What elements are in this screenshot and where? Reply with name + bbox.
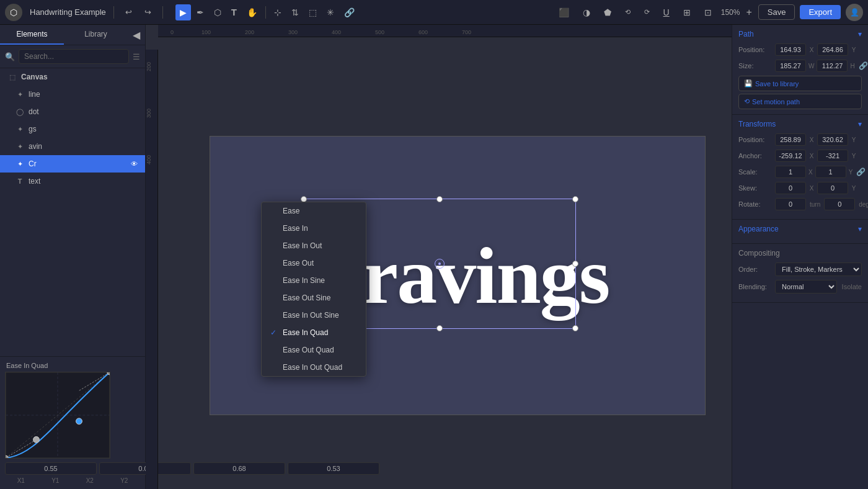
zoom-plus-button[interactable]: + bbox=[745, 7, 753, 18]
tab-elements[interactable]: Elements bbox=[0, 25, 64, 45]
avin-label: avin bbox=[29, 142, 42, 151]
app-title: Handwriting Example bbox=[30, 7, 106, 17]
dot-label: dot bbox=[29, 107, 39, 116]
ruler-100: 100 bbox=[202, 29, 211, 35]
dropdown-ease[interactable]: Ease bbox=[262, 202, 366, 220]
pos2-y-input[interactable]: 320.62 bbox=[817, 133, 848, 146]
skew-y-input[interactable]: 0 bbox=[817, 182, 848, 194]
dropdown-ease-in-out-sine[interactable]: Ease In Out Sine bbox=[262, 307, 366, 324]
layer-dot[interactable]: ◯ dot bbox=[0, 103, 145, 120]
undo-button[interactable]: ↩ bbox=[122, 5, 136, 19]
text-tool[interactable]: T bbox=[227, 4, 241, 20]
size-h-input[interactable]: 112.27 bbox=[817, 60, 848, 72]
dropdown-ease-out-sine[interactable]: Ease Out Sine bbox=[262, 289, 366, 307]
easing-dropdown[interactable]: Ease Ease In Ease In Out Ease Out Ease I… bbox=[261, 202, 366, 377]
right-panel: Path ▾ Position: 164.93 X 264.86 Y Size:… bbox=[732, 25, 868, 489]
handle-tr[interactable] bbox=[572, 196, 578, 202]
scale-x-input[interactable]: 1 bbox=[775, 166, 806, 178]
transforms-title[interactable]: Transforms ▾ bbox=[738, 120, 862, 128]
canvas-icon: ⬚ bbox=[7, 72, 17, 82]
export-button[interactable]: Export bbox=[800, 5, 841, 19]
forward-button[interactable]: ⟳ bbox=[640, 5, 654, 19]
frame-tool[interactable]: ⬚ bbox=[304, 4, 321, 20]
blending-select[interactable]: Normal bbox=[775, 280, 837, 294]
hand-tool[interactable]: ✋ bbox=[242, 4, 262, 20]
layer-cr[interactable]: ✦ Cr 👁 bbox=[0, 155, 145, 173]
shape2-button[interactable]: ⬟ bbox=[600, 4, 616, 20]
play-tool[interactable]: ▶ bbox=[175, 4, 191, 20]
save-library-button[interactable]: 💾 Save to library bbox=[738, 76, 862, 91]
redo-button[interactable]: ↪ bbox=[141, 5, 155, 19]
collapse-sidebar-button[interactable]: ◀ bbox=[128, 25, 145, 45]
tab-library[interactable]: Library bbox=[64, 25, 128, 45]
handle-tm[interactable] bbox=[436, 196, 443, 202]
skew-x-axis: X bbox=[808, 185, 815, 192]
layer-line[interactable]: ✦ line bbox=[0, 86, 145, 103]
canvas-wrapper: 0 100 200 300 400 500 600 700 200 300 40… bbox=[146, 25, 732, 489]
appearance-title[interactable]: Appearance ▾ bbox=[738, 225, 862, 233]
save-button[interactable]: Save bbox=[758, 4, 795, 20]
cr-visibility-icon[interactable]: 👁 bbox=[131, 160, 138, 168]
rewind-button[interactable]: ⟲ bbox=[621, 5, 635, 19]
rotate-input[interactable] bbox=[775, 198, 806, 210]
pos2-x-input[interactable]: 258.89 bbox=[775, 133, 806, 146]
underline-button[interactable]: U bbox=[659, 4, 674, 20]
rotate-row: Rotate: turn deg ↻ bbox=[738, 198, 862, 210]
dropdown-ease-in-sine[interactable]: Ease In Sine bbox=[262, 272, 366, 289]
scale-row: Scale: 1 X 1 Y 🔗 bbox=[738, 166, 862, 178]
anchor-y-input[interactable]: -321 bbox=[817, 150, 848, 162]
handle-br[interactable] bbox=[572, 325, 578, 331]
color-button[interactable]: ◑ bbox=[578, 4, 595, 20]
dropdown-ease-in[interactable]: Ease In bbox=[262, 220, 366, 237]
canvas-area[interactable]: Cravings bbox=[170, 50, 744, 489]
pos-y-input[interactable]: 264.86 bbox=[817, 43, 848, 56]
size-link-icon[interactable]: 🔗 bbox=[859, 61, 868, 70]
size-w-input[interactable]: 185.27 bbox=[775, 60, 806, 72]
pos2-row: Position: 258.89 X 320.62 Y bbox=[738, 133, 862, 146]
set-motion-button[interactable]: ⟲ Set motion path bbox=[738, 94, 862, 109]
dropdown-ease-in-out[interactable]: Ease In Out bbox=[262, 237, 366, 254]
crop-button[interactable]: ⊡ bbox=[700, 4, 716, 20]
grid-button[interactable]: ⊞ bbox=[679, 4, 695, 20]
layer-gs[interactable]: ✦ gs bbox=[0, 120, 145, 138]
user-avatar[interactable]: 👤 bbox=[846, 4, 863, 21]
ruler-600: 600 bbox=[418, 29, 428, 35]
handle-bm[interactable] bbox=[436, 325, 443, 331]
ruler-300: 300 bbox=[288, 29, 298, 35]
anchor-tool[interactable]: ⊹ bbox=[270, 4, 286, 20]
dropdown-ease-out[interactable]: Ease Out bbox=[262, 254, 366, 272]
shape-tool[interactable]: ⬡ bbox=[210, 4, 226, 20]
scale-link-icon[interactable]: 🔗 bbox=[856, 168, 866, 176]
curve-y2-label: Y2 bbox=[108, 477, 141, 484]
search-input[interactable] bbox=[19, 49, 129, 64]
render-button[interactable]: ⬛ bbox=[554, 4, 574, 20]
dropdown-ease-out-quad[interactable]: Ease Out Quad bbox=[262, 341, 366, 359]
scale-y-input[interactable]: 1 bbox=[815, 166, 846, 178]
pos-x-axis: X bbox=[808, 47, 815, 53]
order-select[interactable]: Fill, Stroke, Markers bbox=[775, 262, 862, 276]
dot-icon: ◯ bbox=[15, 107, 25, 117]
dropdown-ease-in-out-quad[interactable]: Ease In Out Quad bbox=[262, 359, 366, 376]
layer-text[interactable]: T text bbox=[0, 173, 145, 190]
transforms-section: Transforms ▾ Position: 258.89 X 320.62 Y… bbox=[732, 115, 868, 220]
ruler-vertical: 200 300 400 bbox=[146, 50, 158, 489]
rotate-deg-input[interactable] bbox=[824, 198, 855, 210]
path-title[interactable]: Path ▾ bbox=[738, 30, 862, 38]
align-tool[interactable]: ⇅ bbox=[287, 4, 303, 20]
dropdown-ease-in-quad[interactable]: ✓ Ease In Quad bbox=[262, 324, 366, 341]
curve-canvas[interactable] bbox=[5, 372, 110, 459]
appearance-section: Appearance ▾ bbox=[732, 220, 868, 244]
svg-point-12 bbox=[6, 455, 8, 458]
layer-avin[interactable]: ✦ avin bbox=[0, 138, 145, 155]
anchor-x-input[interactable]: -259.12 bbox=[775, 150, 806, 162]
size-row: Size: 185.27 W 112.27 H 🔗 bbox=[738, 60, 862, 72]
skew-x-input[interactable]: 0 bbox=[775, 182, 806, 194]
sep2 bbox=[162, 6, 163, 19]
curve-x1[interactable]: 0.55 bbox=[5, 462, 97, 475]
main-layout: Elements Library ◀ 🔍 ☰ ⬚ Canvas ✦ line ◯… bbox=[0, 25, 868, 489]
path-tool[interactable]: 🔗 bbox=[340, 4, 359, 20]
pen-tool[interactable]: ✒ bbox=[192, 4, 208, 20]
size-h-axis: H bbox=[850, 63, 854, 70]
pos-x-input[interactable]: 164.93 bbox=[775, 43, 806, 56]
effect-tool[interactable]: ✳ bbox=[322, 4, 339, 20]
